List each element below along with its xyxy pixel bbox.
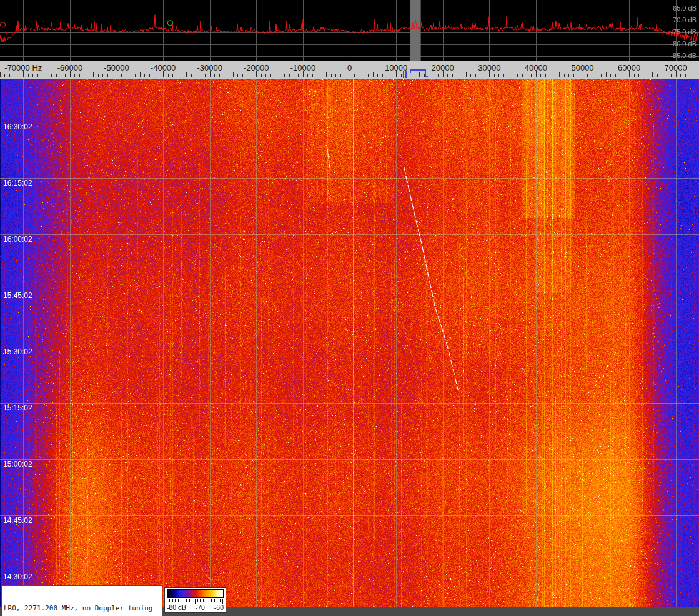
scale-tick (629, 71, 630, 77)
legend-label-max: -60 (214, 604, 224, 611)
scale-tick (98, 74, 99, 77)
scale-tick (564, 74, 565, 77)
scale-tick (93, 72, 94, 77)
time-label: 16:00:02 (3, 236, 32, 244)
legend-tick (220, 599, 221, 602)
scale-tick (545, 74, 546, 77)
legend-label-min: -80 dB (167, 604, 186, 611)
scale-tick (480, 74, 480, 77)
time-label: 14:45:02 (3, 517, 32, 525)
scale-tick (387, 74, 387, 77)
scale-tick (592, 74, 592, 77)
db-axis-label: -80.0 dB (670, 41, 697, 47)
legend-tick (184, 599, 184, 602)
scale-tick (368, 74, 369, 77)
scale-tick (74, 74, 75, 77)
scale-tick (270, 74, 271, 77)
legend-tick (186, 599, 187, 602)
legend-tick (214, 599, 215, 602)
passband-marker[interactable] (410, 69, 426, 71)
scale-tick (247, 74, 247, 77)
passband-marker[interactable] (405, 71, 407, 78)
scale-tick (438, 74, 439, 77)
scale-tick (606, 72, 607, 77)
scale-tick (224, 74, 224, 77)
scale-tick (415, 74, 415, 77)
db-axis-label: -70.0 dB (670, 17, 697, 24)
waterfall-panel: 16:30:0216:15:0216:00:0215:45:0215:30:02… (0, 79, 699, 607)
scale-tick (494, 74, 495, 77)
scale-tick (531, 74, 532, 77)
scale-tick (429, 74, 429, 77)
scale-tick (233, 72, 234, 77)
scale-tick (620, 74, 620, 77)
scale-tick (0, 72, 1, 77)
spectrum-plot-canvas[interactable] (0, 0, 699, 61)
spectrum-panel: -65.0 dB-70.0 dB-75.0 dB-80.0 dB-85.0 dB (0, 0, 699, 61)
scale-tick (242, 74, 243, 77)
legend-tick (222, 599, 223, 604)
scale-tick (648, 74, 648, 77)
scale-tick (182, 74, 182, 77)
time-label: 15:45:02 (3, 292, 32, 300)
passband-marker[interactable] (403, 71, 404, 78)
scale-tick (121, 74, 122, 77)
scale-tick (550, 74, 550, 77)
scale-tick (317, 74, 317, 77)
legend-labels: -80 dB -70 -60 (167, 604, 224, 611)
scale-tick (517, 74, 518, 77)
scale-tick (540, 74, 541, 77)
scale-tick (559, 72, 560, 77)
scale-tick (652, 72, 653, 77)
legend-tick (181, 599, 181, 604)
scale-tick (107, 74, 108, 77)
scale-tick (396, 71, 397, 77)
time-label: 16:30:02 (3, 123, 32, 131)
db-axis-label: -75.0 dB (670, 29, 697, 36)
scale-tick (634, 74, 635, 77)
scale-tick (303, 71, 304, 77)
scale-tick (489, 71, 490, 77)
scale-tick (196, 74, 196, 77)
scale-tick (625, 74, 625, 77)
scale-tick (102, 74, 103, 77)
scale-tick (65, 74, 66, 77)
legend-tick (211, 599, 212, 602)
scale-tick (382, 74, 383, 77)
legend-tick (189, 599, 190, 602)
time-label: 15:30:02 (3, 348, 32, 356)
scale-tick (401, 74, 402, 77)
scale-tick (126, 74, 126, 77)
legend-label-mid: -70 (196, 604, 205, 611)
scale-tick (578, 74, 578, 77)
scale-tick (410, 74, 410, 77)
waterfall-canvas[interactable] (0, 79, 699, 607)
scale-tick (685, 74, 686, 77)
scale-tick (214, 74, 215, 77)
scale-tick (643, 74, 643, 77)
scale-tick (14, 74, 14, 77)
scale-tick (434, 74, 434, 77)
scale-tick (191, 74, 192, 77)
scale-tick (131, 74, 131, 77)
scale-tick (392, 74, 392, 77)
scale-tick (597, 74, 597, 77)
passband-marker[interactable] (410, 69, 411, 73)
scale-tick (615, 74, 616, 77)
scale-tick (573, 74, 574, 77)
frequency-scale[interactable]: -70000 Hz-60000-50000-40000-30000-20000-… (0, 61, 699, 79)
scale-tick (172, 74, 173, 77)
passband-marker[interactable] (425, 76, 428, 77)
legend-tick (175, 599, 176, 602)
scale-tick (662, 74, 662, 77)
scale-tick (280, 72, 280, 77)
scale-tick (522, 74, 523, 77)
legend-tick (203, 599, 204, 602)
scale-tick (671, 74, 672, 77)
scale-tick (135, 74, 136, 77)
scale-tick (159, 74, 159, 77)
scale-tick (256, 71, 257, 77)
legend-tick (192, 599, 192, 602)
scale-tick (56, 74, 57, 77)
scale-tick (638, 74, 639, 77)
